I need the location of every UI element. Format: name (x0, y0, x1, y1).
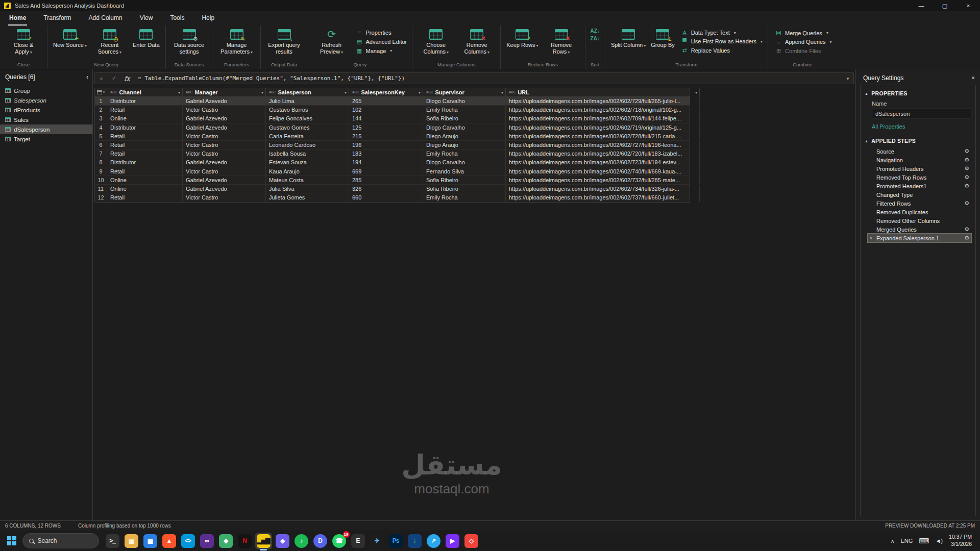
recent-sources-button[interactable]: Recent Sources▾ (89, 27, 130, 55)
language-indicator[interactable]: ENG (900, 538, 913, 544)
keep-rows-button[interactable]: Keep Rows▾ (504, 27, 541, 48)
remove-rows-button[interactable]: Remove Rows▾ (541, 27, 582, 55)
taskbar-app-icon[interactable]: ▲ (161, 533, 178, 549)
table-cell[interactable]: Victor Castro (183, 132, 266, 140)
table-cell[interactable]: Online (107, 185, 183, 193)
taskbar-search[interactable]: Search (22, 533, 99, 548)
table-cell[interactable]: Gabriel Azevedo (183, 158, 266, 166)
formula-expand-caret-icon[interactable]: ▾ (842, 76, 853, 81)
table-cell[interactable]: https://uploaddeimagens.com.br/images/00… (506, 185, 700, 193)
table-cell[interactable]: Diogo Carvalho (423, 123, 506, 132)
maximize-button[interactable]: ▢ (933, 0, 957, 11)
table-cell[interactable]: Kaua Araujo (266, 167, 349, 176)
table-cell[interactable]: 102 (349, 106, 423, 114)
filter-caret-icon[interactable]: ▾ (178, 90, 180, 95)
applied-step[interactable]: × Filtered Rows ⚙ (868, 199, 971, 208)
table-cell[interactable]: Victor Castro (183, 141, 266, 149)
table-cell[interactable]: Victor Castro (183, 106, 266, 114)
filter-caret-icon[interactable]: ▾ (345, 90, 347, 95)
applied-step[interactable]: × Removed Duplicates ⚙ (868, 208, 971, 216)
column-header[interactable]: ABC SalespersonKey ▾ (349, 88, 423, 96)
table-cell[interactable]: Online (107, 176, 183, 184)
table-cell[interactable]: Distributor (107, 158, 183, 166)
taskbar-app-icon[interactable]: N (236, 533, 253, 549)
table-cell[interactable]: Sofia Ribeiro (423, 185, 506, 193)
query-name-input[interactable] (872, 109, 971, 118)
step-settings-gear-icon[interactable]: ⚙ (964, 148, 969, 155)
table-cell[interactable]: Retail (107, 141, 183, 149)
table-cell[interactable]: Gustavo Gomes (266, 123, 349, 132)
close-panel-icon[interactable]: × (971, 74, 975, 82)
taskbar-app-icon[interactable]: D (312, 533, 329, 549)
step-settings-gear-icon[interactable]: ⚙ (964, 200, 969, 207)
applied-step[interactable]: × Merged Queries ⚙ (868, 225, 971, 234)
filter-caret-icon[interactable]: ▾ (501, 90, 503, 95)
table-row[interactable]: 8DistributorGabriel AzevedoEstevan Souza… (95, 158, 690, 167)
column-header[interactable]: ABC Manager ▾ (183, 88, 266, 96)
column-header[interactable]: ABC Channel ▾ (107, 88, 183, 96)
table-cell[interactable]: Isabella Sousa (266, 149, 349, 158)
cancel-formula-icon[interactable]: × (95, 76, 108, 82)
table-cell[interactable]: https://uploaddeimagens.com.br/images/00… (506, 132, 700, 140)
volume-icon[interactable]: ◄) (935, 538, 943, 544)
formula-input[interactable]: = Table.ExpandTableColumn(#"Merged Queri… (134, 75, 842, 82)
step-settings-gear-icon[interactable]: ⚙ (964, 157, 969, 163)
table-cell[interactable]: 285 (349, 176, 423, 184)
table-cell[interactable]: https://uploaddeimagens.com.br/images/00… (506, 114, 700, 122)
table-cell[interactable]: Estevan Souza (266, 158, 349, 166)
select-all-corner[interactable]: ▾ (95, 88, 107, 96)
table-cell[interactable]: 183 (349, 149, 423, 158)
export-query-results-button[interactable]: Export query results (264, 27, 305, 55)
table-cell[interactable]: Retail (107, 149, 183, 158)
enter-data-button[interactable]: Enter Data (130, 27, 162, 48)
table-cell[interactable]: Carla Ferreira (266, 132, 349, 140)
taskbar-app-icon[interactable]: <> (180, 533, 197, 549)
applied-step[interactable]: × Removed Top Rows ⚙ (868, 173, 971, 182)
filter-caret-icon[interactable]: ▾ (261, 90, 263, 95)
table-cell[interactable]: https://uploaddeimagens.com.br/images/00… (506, 141, 700, 149)
table-cell[interactable]: https://uploaddeimagens.com.br/images/00… (506, 176, 700, 184)
step-settings-gear-icon[interactable]: ⚙ (964, 165, 969, 172)
tray-chevron-icon[interactable]: ∧ (891, 538, 894, 544)
touch-keyboard-icon[interactable]: ⌨ (919, 537, 929, 545)
table-cell[interactable]: 669 (349, 167, 423, 176)
query-list-item[interactable]: Salesperson (0, 95, 92, 105)
table-cell[interactable]: https://uploaddeimagens.com.br/images/00… (506, 158, 700, 166)
group-by-button[interactable]: Group By (648, 27, 677, 48)
table-cell[interactable]: 196 (349, 141, 423, 149)
merge-queries-button[interactable]: ⋈Merge Queries▾ (775, 30, 832, 36)
table-row[interactable]: 9RetailVictor CastroKaua Araujo669Fernan… (95, 167, 690, 176)
menu-tab[interactable]: Add Column (88, 12, 124, 26)
minimize-button[interactable]: — (910, 0, 933, 11)
table-row[interactable]: 1DistributorGabriel AzevedoJulio Lima265… (95, 97, 690, 106)
table-cell[interactable]: Online (107, 114, 183, 122)
taskbar-app-icon[interactable]: ↓ (406, 533, 423, 549)
taskbar-app-icon[interactable]: E (350, 533, 366, 549)
table-cell[interactable]: 265 (349, 97, 423, 105)
table-cell[interactable]: https://uploaddeimagens.com.br/images/00… (506, 97, 700, 105)
table-cell[interactable]: Victor Castro (183, 193, 266, 202)
filter-caret-icon[interactable]: ▾ (695, 90, 697, 95)
table-cell[interactable]: Retail (107, 193, 183, 202)
table-cell[interactable]: Emily Rocha (423, 193, 506, 202)
applied-step[interactable]: × Expanded Salesperson.1 ⚙ (868, 234, 971, 242)
table-cell[interactable]: Gabriel Azevedo (183, 176, 266, 184)
table-cell[interactable]: Diego Araujo (423, 132, 506, 140)
column-header[interactable]: ABC URL ▾ (506, 88, 700, 96)
table-cell[interactable]: Emily Rocha (423, 149, 506, 158)
table-cell[interactable]: https://uploaddeimagens.com.br/images/00… (506, 149, 700, 158)
query-list-item[interactable]: Target (0, 134, 92, 144)
column-header[interactable]: ABC Salesperson ▾ (266, 88, 349, 96)
table-row[interactable]: 12RetailVictor CastroJulieta Gomes660Emi… (95, 193, 690, 202)
taskbar-app-icon[interactable]: ▶ (444, 533, 461, 549)
taskbar-app-icon[interactable]: >_ (104, 533, 121, 549)
query-list-item[interactable]: Sales (0, 115, 92, 124)
table-cell[interactable]: 144 (349, 114, 423, 122)
menu-tab[interactable]: View (139, 12, 154, 26)
all-properties-link[interactable]: All Properties (872, 123, 971, 130)
taskbar-app-icon[interactable]: ◆ (217, 533, 234, 549)
table-cell[interactable]: Felipe Goncalves (266, 114, 349, 122)
query-list-item[interactable]: dProducts (0, 105, 92, 115)
applied-steps-section-header[interactable]: ▲ APPLIED STEPS (865, 138, 971, 144)
taskbar-app-icon[interactable]: ▂▅▇ (255, 533, 272, 549)
